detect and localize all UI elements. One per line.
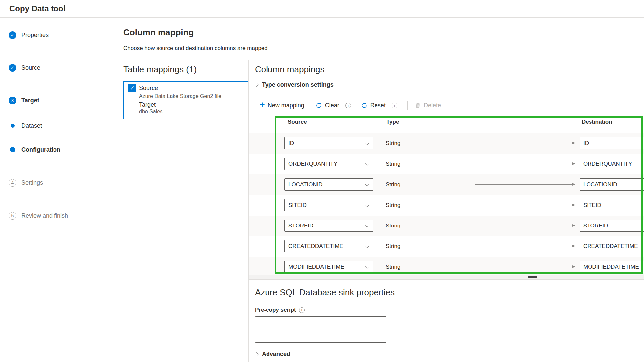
main-content: Column mapping Choose how source and des…	[111, 18, 644, 362]
table-mapping-card[interactable]: ✓ Source Azure Data Lake Storage Gen2 fi…	[123, 81, 248, 119]
source-column-dropdown[interactable]: STOREID	[284, 220, 373, 232]
scrollbar-thumb[interactable]	[528, 276, 537, 278]
destination-column-input[interactable]	[580, 261, 644, 273]
type-label: String	[386, 236, 400, 257]
type-conversion-settings-label: Type conversion settings	[262, 81, 334, 88]
step-settings[interactable]: 4 Settings	[9, 178, 43, 187]
page-subtitle: Choose how source and destination column…	[123, 45, 644, 52]
page-title: Column mapping	[123, 26, 644, 39]
arrow-right-icon	[475, 184, 575, 185]
dropdown-value: SITEID	[288, 202, 307, 209]
step-number-icon: 5	[9, 212, 16, 220]
new-mapping-button[interactable]: + New mapping	[260, 101, 304, 109]
chevron-down-icon	[365, 264, 369, 269]
check-icon: ✓	[11, 65, 14, 70]
source-column-dropdown[interactable]: ID	[284, 137, 373, 149]
plus-icon: +	[260, 100, 265, 109]
info-icon[interactable]: i	[392, 103, 397, 108]
type-label: String	[386, 154, 400, 174]
type-label: String	[386, 133, 400, 154]
dropdown-value: STOREID	[288, 223, 313, 229]
advanced-toggle[interactable]: Advanced	[255, 350, 290, 358]
source-column-dropdown[interactable]: SITEID	[284, 199, 373, 211]
source-column-dropdown[interactable]: CREATEDDATETIME	[284, 240, 373, 252]
card-target-value: dbo.Sales	[139, 108, 245, 115]
clear-label: Clear	[325, 102, 339, 109]
advanced-label: Advanced	[262, 351, 290, 358]
chevron-right-icon	[254, 83, 259, 87]
source-column-dropdown[interactable]: ORDERQUANTITY	[284, 158, 373, 170]
type-label: String	[386, 257, 400, 277]
step-configuration[interactable]: Configuration	[9, 145, 60, 154]
step-dataset[interactable]: Dataset	[9, 121, 42, 130]
info-glyph: i	[301, 308, 302, 312]
arrow-right-icon	[475, 246, 575, 246]
step-label-target: Target	[21, 97, 39, 104]
chevron-down-icon	[365, 161, 369, 166]
step-number-icon: 4	[9, 179, 16, 187]
arrow-right-icon	[475, 267, 575, 267]
mapping-row: STOREID String	[249, 216, 644, 236]
substep-dot-icon	[9, 124, 16, 128]
reset-button[interactable]: Reset	[361, 102, 386, 109]
check-icon: ✓	[11, 33, 14, 38]
step-completed-icon: ✓	[9, 31, 16, 39]
checkbox-checked[interactable]: ✓	[128, 84, 136, 92]
dropdown-value: ID	[288, 140, 294, 147]
trash-icon	[415, 103, 421, 108]
arrow-right-icon	[475, 226, 575, 226]
step-source[interactable]: ✓ Source	[9, 63, 40, 72]
destination-column-input[interactable]	[580, 199, 644, 211]
type-conversion-settings-toggle[interactable]: Type conversion settings	[255, 81, 334, 89]
step-label-dataset: Dataset	[21, 122, 42, 129]
source-column-dropdown[interactable]: MODIFIEDDATETIME	[284, 261, 373, 273]
destination-column-input[interactable]	[580, 178, 644, 191]
destination-column-input[interactable]	[580, 158, 644, 170]
new-mapping-label: New mapping	[268, 102, 304, 109]
delete-button[interactable]: Delete	[415, 102, 441, 109]
destination-column-input[interactable]	[580, 220, 644, 232]
info-icon[interactable]: i	[345, 103, 351, 108]
column-header-type: Type	[386, 119, 399, 125]
step-number-icon: 3	[9, 97, 16, 104]
arrow-right-icon	[475, 164, 575, 164]
source-column-dropdown[interactable]: LOCATIONID	[284, 178, 373, 191]
step-label-configuration: Configuration	[21, 146, 60, 153]
substep-dot-icon	[9, 147, 16, 152]
chevron-down-icon	[365, 182, 369, 186]
step-label-properties: Properties	[21, 32, 49, 39]
mapping-row: MODIFIEDDATETIME String	[249, 257, 644, 277]
pre-copy-script-input[interactable]	[255, 316, 386, 343]
mapping-row: ID String	[249, 133, 644, 154]
reset-label: Reset	[370, 102, 386, 109]
mapping-row: LOCATIONID String	[249, 174, 644, 195]
mapping-table: Source Type Destination ID String	[249, 113, 644, 279]
clear-button[interactable]: Clear	[316, 102, 339, 109]
delete-label: Delete	[424, 102, 441, 109]
chevron-right-icon	[254, 352, 259, 356]
dropdown-value: LOCATIONID	[288, 181, 323, 188]
refresh-icon	[361, 102, 367, 109]
dropdown-value: MODIFIEDDATETIME	[288, 264, 344, 270]
destination-column-input[interactable]	[580, 240, 644, 252]
dropdown-value: ORDERQUANTITY	[288, 161, 337, 167]
mapping-toolbar: + New mapping Clear i	[260, 98, 644, 113]
step-properties[interactable]: ✓ Properties	[9, 30, 49, 40]
horizontal-scrollbar[interactable]	[249, 275, 644, 279]
type-label: String	[386, 174, 400, 195]
info-glyph: i	[348, 103, 348, 107]
card-target-label: Target	[139, 101, 245, 108]
type-label: String	[386, 216, 400, 236]
info-glyph: i	[394, 103, 395, 107]
destination-column-input[interactable]	[580, 137, 644, 149]
type-label: String	[386, 195, 400, 216]
dropdown-value: CREATEDDATETIME	[288, 243, 343, 250]
info-icon[interactable]: i	[299, 307, 305, 313]
refresh-icon	[316, 102, 322, 109]
step-target[interactable]: 3 Target	[9, 96, 39, 105]
mapping-row: ORDERQUANTITY String	[249, 154, 644, 174]
step-label-review: Review and finish	[21, 212, 68, 219]
column-header-destination: Destination	[582, 119, 612, 125]
step-review-and-finish[interactable]: 5 Review and finish	[9, 211, 68, 220]
step-label-settings: Settings	[21, 179, 43, 186]
